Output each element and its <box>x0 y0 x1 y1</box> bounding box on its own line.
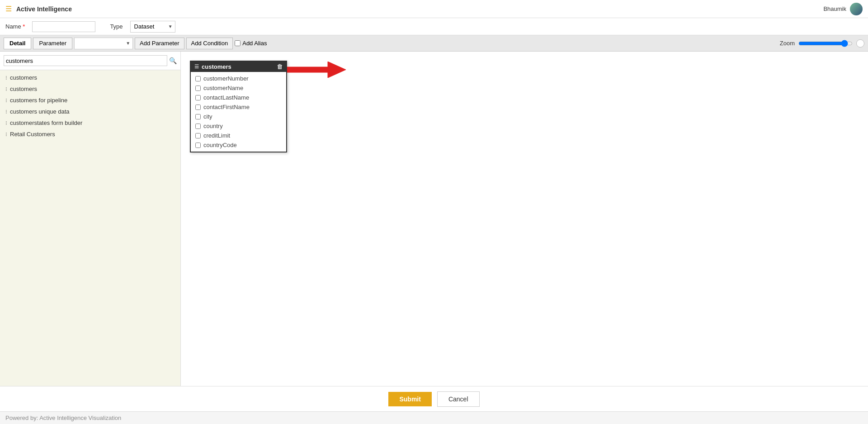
field-row: country <box>191 121 286 131</box>
delete-icon[interactable]: 🗑 <box>277 63 283 70</box>
field-row: countryCode <box>191 140 286 150</box>
name-label: Name * <box>5 23 25 30</box>
field-row: creditLimit <box>191 131 286 140</box>
field-name: customerName <box>203 85 243 91</box>
toolbar-row: Detail Parameter ▼ Add Parameter Add Con… <box>0 35 868 52</box>
cancel-button[interactable]: Cancel <box>437 391 480 407</box>
type-label: Type <box>110 23 123 30</box>
search-input[interactable] <box>4 55 167 66</box>
param-select-wrapper: ▼ <box>74 38 133 49</box>
sidebar-item-label: Retail Customers <box>10 131 55 138</box>
sidebar-item-label: customers <box>10 74 37 81</box>
field-checkbox-customerName[interactable] <box>195 86 201 91</box>
user-avatar <box>850 3 863 15</box>
dataset-card-header-left: ☰ customers <box>194 63 231 70</box>
main-area: 🔍 ⁝ customers ⁝ customers ⁝ customers fo… <box>0 52 868 386</box>
field-checkbox-country[interactable] <box>195 124 201 129</box>
detail-tab[interactable]: Detail <box>4 38 31 49</box>
field-name: contactFirstName <box>203 104 250 110</box>
field-name: countryCode <box>203 142 237 148</box>
add-parameter-button[interactable]: Add Parameter <box>135 38 184 49</box>
add-alias-wrapper: Add Alias <box>235 40 267 47</box>
grid-icon: ⁝ <box>5 131 7 138</box>
topbar-right: Bhaumik <box>823 3 863 15</box>
sidebar-item-label: customers for pipeline <box>10 97 67 104</box>
zoom-slider[interactable] <box>798 40 853 47</box>
add-alias-label: Add Alias <box>242 40 267 47</box>
field-name: contactLastName <box>203 94 249 101</box>
grid-icon: ⁝ <box>5 120 7 126</box>
user-name: Bhaumik <box>823 5 846 12</box>
field-name: creditLimit <box>203 132 230 139</box>
dataset-card: ☰ customers 🗑 customerNumber customerNam… <box>190 61 287 152</box>
dataset-title: customers <box>202 63 231 70</box>
sidebar-item-customers-1[interactable]: ⁝ customers <box>0 72 180 83</box>
grid-icon: ⁝ <box>5 75 7 81</box>
sidebar: 🔍 ⁝ customers ⁝ customers ⁝ customers fo… <box>0 52 181 386</box>
field-checkbox-customerNumber[interactable] <box>195 76 201 81</box>
field-checkbox-contactLastName[interactable] <box>195 95 201 100</box>
submit-button[interactable]: Submit <box>388 392 431 406</box>
name-type-row: Name * Type Dataset Query Procedure ▼ <box>0 18 868 35</box>
sidebar-item-customers-2[interactable]: ⁝ customers <box>0 83 180 95</box>
field-row: customerNumber <box>191 74 286 83</box>
sidebar-item-label: customerstates form builder <box>10 119 82 126</box>
sidebar-item-retail-customers[interactable]: ⁝ Retail Customers <box>0 129 180 140</box>
field-row: contactFirstName <box>191 102 286 112</box>
add-alias-checkbox[interactable] <box>235 40 241 46</box>
field-checkbox-contactFirstName[interactable] <box>195 105 201 110</box>
field-checkbox-creditLimit[interactable] <box>195 133 201 138</box>
sidebar-item-customerstates[interactable]: ⁝ customerstates form builder <box>0 117 180 129</box>
bottom-bar: Submit Cancel <box>0 386 868 411</box>
grid-icon: ⁝ <box>5 97 7 104</box>
required-marker: * <box>23 23 25 30</box>
field-name: city <box>203 113 212 120</box>
field-checkbox-countryCode[interactable] <box>195 143 201 148</box>
canvas-area: ☰ customers 🗑 customerNumber customerNam… <box>181 52 868 386</box>
zoom-circle-indicator <box>856 39 864 48</box>
toolbar-left: Detail Parameter ▼ Add Parameter Add Con… <box>4 38 267 49</box>
sidebar-item-customers-pipeline[interactable]: ⁝ customers for pipeline <box>0 95 180 106</box>
dataset-fields: customerNumber customerName contactLastN… <box>191 72 286 152</box>
search-box-wrapper: 🔍 <box>0 52 180 70</box>
sidebar-item-label: customers <box>10 86 37 92</box>
field-name: customerNumber <box>203 75 249 82</box>
field-name: country <box>203 123 223 129</box>
grid-icon: ⁝ <box>5 86 7 92</box>
toolbar-right: Zoom <box>780 39 864 48</box>
name-input[interactable] <box>32 21 95 32</box>
field-row: city <box>191 112 286 121</box>
dataset-card-header: ☰ customers 🗑 <box>191 62 286 72</box>
param-select[interactable] <box>74 38 133 49</box>
table-icon: ☰ <box>194 64 199 70</box>
field-row: customerName <box>191 83 286 93</box>
grid-icon: ⁝ <box>5 109 7 115</box>
sidebar-item-customers-unique[interactable]: ⁝ customers unique data <box>0 106 180 117</box>
zoom-label: Zoom <box>780 40 795 47</box>
field-checkbox-city[interactable] <box>195 114 201 119</box>
app-title: Active Intelligence <box>16 5 72 13</box>
parameter-tab[interactable]: Parameter <box>33 38 72 49</box>
field-row: contactLastName <box>191 93 286 102</box>
footer: Powered by: Active Intelligence Visualiz… <box>0 411 868 424</box>
sidebar-list: ⁝ customers ⁝ customers ⁝ customers for … <box>0 70 180 386</box>
footer-text: Powered by: Active Intelligence Visualiz… <box>5 414 121 421</box>
sidebar-item-label: customers unique data <box>10 108 70 115</box>
type-select[interactable]: Dataset Query Procedure <box>130 21 175 33</box>
topbar-left: ☰ Active Intelligence <box>5 5 72 13</box>
search-icon[interactable]: 🔍 <box>169 57 177 64</box>
topbar: ☰ Active Intelligence Bhaumik <box>0 0 868 18</box>
hamburger-icon[interactable]: ☰ <box>5 5 12 13</box>
red-arrow-annotation <box>287 62 346 79</box>
add-condition-button[interactable]: Add Condition <box>186 38 233 49</box>
type-select-wrapper: Dataset Query Procedure ▼ <box>130 21 175 33</box>
svg-marker-0 <box>287 62 346 78</box>
